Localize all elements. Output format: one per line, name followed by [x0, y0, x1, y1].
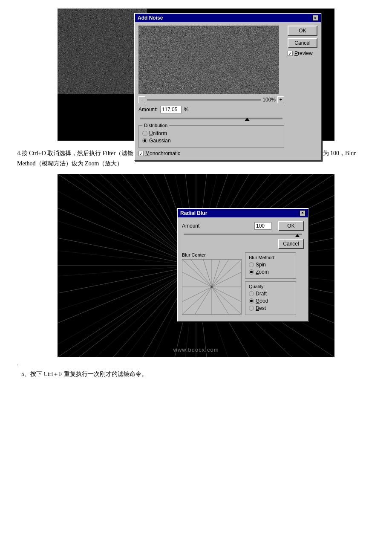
radial-cancel-button[interactable]: Cancel [278, 239, 304, 249]
photoshop-canvas: Add Noise × - 100% + Amo [58, 9, 334, 141]
spin-radio[interactable] [249, 262, 254, 267]
dot-marker: 。 [17, 361, 375, 366]
preview-row: ✓ Preview [288, 50, 317, 56]
noise-preview-canvas [138, 26, 279, 94]
paragraph-5: 5、按下 Ctrl＋F 重复执行一次刚才的滤镜命令。 [21, 370, 375, 378]
draft-row: Draft [249, 291, 292, 297]
blur-center-label: Blur Center [182, 252, 242, 257]
quality-label: Quality: [249, 284, 292, 289]
noise-left-panel [58, 9, 147, 94]
draft-radio[interactable] [249, 291, 254, 296]
add-noise-dialog-body: - 100% + Amount: % [135, 22, 321, 160]
radial-blur-titlebar: Radial Blur × [178, 209, 308, 217]
quality-group: Quality: Draft Good Best [245, 281, 296, 315]
best-label: Best [256, 305, 266, 311]
gaussian-radio[interactable] [142, 138, 147, 143]
preview-label: Preview [294, 50, 313, 56]
cancel-button[interactable]: Cancel [288, 38, 317, 48]
zoom-value: 100% [262, 97, 276, 103]
zoom-slider-track [147, 99, 261, 101]
zoom-in-button[interactable]: + [277, 96, 284, 103]
amount-unit: % [184, 107, 189, 113]
amount-row: Amount: % [138, 106, 284, 113]
blur-method-group: Blur Method: Spin Zoom [245, 252, 296, 279]
good-row: Good [249, 298, 292, 304]
gaussian-label: Gaussian [149, 138, 171, 144]
amount-slider-track[interactable] [140, 118, 282, 119]
radial-slider-track[interactable] [184, 234, 302, 235]
zoom-row: - 100% + [138, 96, 284, 103]
add-noise-right: OK Cancel ✓ Preview [288, 26, 317, 156]
zoom-row-method: Zoom [249, 269, 292, 275]
add-noise-left: - 100% + Amount: % [138, 26, 284, 156]
good-radio[interactable] [249, 298, 254, 304]
zoom-out-button[interactable]: - [138, 96, 145, 103]
radial-amount-row: Amount OK [182, 221, 304, 231]
best-row: Best [249, 305, 292, 311]
radial-blur-body: Amount OK Cancel Bl [178, 217, 308, 321]
radial-slider-row [182, 234, 304, 235]
add-noise-section: Add Noise × - 100% + Amo [17, 9, 375, 141]
method-quality-panels: Blur Method: Spin Zoom Quality: [245, 252, 296, 315]
add-noise-title: Add Noise [138, 15, 163, 21]
add-noise-dialog: Add Noise × - 100% + Amo [134, 13, 322, 161]
spin-row: Spin [249, 262, 292, 268]
distribution-group: Distribution Uniform Gaussian [138, 123, 284, 148]
ok-button[interactable]: OK [288, 26, 317, 36]
svg-point-91 [211, 286, 213, 288]
monochromatic-label: Monochromatic [145, 150, 180, 156]
radial-close-icon[interactable]: × [300, 210, 306, 216]
blur-center-svg [182, 260, 241, 314]
blur-center-method-row: Blur Center [182, 252, 304, 315]
best-radio[interactable] [249, 306, 254, 311]
good-label: Good [256, 298, 268, 304]
watermark: www.bdocx.com [173, 347, 219, 353]
zoom-label: Zoom [256, 269, 269, 275]
uniform-label: Uniform [149, 130, 167, 136]
radial-blur-title: Radial Blur [180, 210, 207, 216]
zoom-radio[interactable] [249, 269, 254, 275]
spin-label: Spin [256, 262, 266, 268]
draft-label: Draft [256, 291, 267, 297]
radial-blur-dialog: Radial Blur × Amount OK Cancel [177, 208, 309, 322]
monochromatic-row: ✓ Monochromatic [138, 150, 284, 156]
radial-blur-section: Radial Blur × Amount OK Cancel [17, 174, 375, 357]
blur-center-box[interactable] [182, 259, 242, 315]
amount-slider-thumb [245, 118, 250, 121]
blur-method-label: Blur Method: [249, 255, 292, 260]
radial-canvas: Radial Blur × Amount OK Cancel [58, 174, 334, 357]
uniform-radio[interactable] [142, 131, 147, 136]
amount-slider-row [138, 116, 284, 119]
radial-slider-thumb [295, 234, 300, 237]
uniform-radio-row: Uniform [142, 130, 280, 136]
radial-ok-button[interactable]: OK [278, 221, 304, 231]
blur-center-panel: Blur Center [182, 252, 242, 315]
distribution-legend: Distribution [142, 123, 169, 128]
radial-amount-label: Amount [182, 223, 251, 229]
add-noise-titlebar: Add Noise × [135, 14, 321, 22]
amount-label: Amount: [138, 107, 158, 113]
radial-cancel-row: Cancel [182, 239, 304, 249]
radial-amount-input[interactable] [254, 222, 271, 230]
monochromatic-checkbox[interactable]: ✓ [138, 151, 144, 156]
gaussian-radio-row: Gaussian [142, 138, 280, 144]
close-icon[interactable]: × [312, 15, 318, 21]
amount-input[interactable] [160, 106, 182, 113]
preview-checkbox[interactable]: ✓ [288, 51, 293, 56]
